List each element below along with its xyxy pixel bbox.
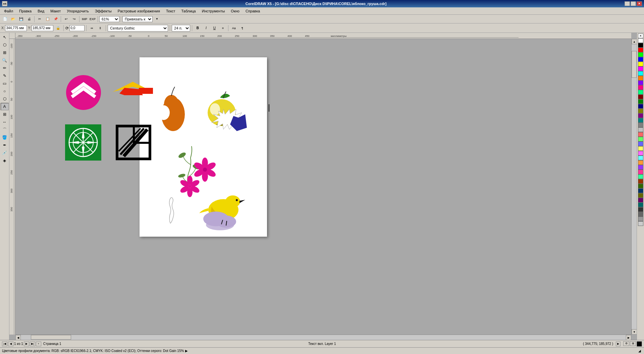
undo-button[interactable]: ↩ <box>62 16 70 22</box>
text-align-button[interactable]: ≡ <box>219 25 226 32</box>
menu-window[interactable]: Окно <box>228 8 242 14</box>
color-swatch-lightcyan[interactable] <box>638 156 643 160</box>
import-button[interactable]: IMP <box>81 16 88 22</box>
italic-button[interactable]: I <box>202 25 210 32</box>
vertical-scrollbar[interactable]: ▲ ▼ <box>631 39 637 335</box>
color-swatch-verylightgray[interactable] <box>638 221 643 226</box>
menu-arrange[interactable]: Упорядочить <box>64 8 91 14</box>
menu-help[interactable]: Справка <box>243 8 263 14</box>
color-profile-expand-button[interactable]: ▶ <box>185 349 188 353</box>
menu-effects[interactable]: Эффекты <box>92 8 114 14</box>
ellipse-tool[interactable]: ○ <box>1 87 9 95</box>
color-swatch-cyan[interactable] <box>638 71 643 76</box>
print-button[interactable]: 🖨 <box>25 16 33 22</box>
menu-edit[interactable]: Правка <box>16 8 34 14</box>
menu-layout[interactable]: Макет <box>48 8 63 14</box>
copy-button[interactable]: 📋 <box>44 16 51 22</box>
y-input[interactable] <box>32 25 53 31</box>
redo-button[interactable]: ↪ <box>70 16 78 22</box>
export-button[interactable]: EXP <box>89 16 96 22</box>
color-swatch-gray[interactable] <box>638 123 643 127</box>
color-swatch-lightgray2[interactable] <box>638 217 643 221</box>
underline-button[interactable]: U <box>211 25 218 32</box>
color-swatch-darkgreen[interactable] <box>638 184 643 188</box>
lock-aspect-button[interactable]: 🔒 <box>54 25 62 32</box>
table-tool[interactable]: ⊞ <box>1 111 9 118</box>
x-input[interactable] <box>5 25 27 31</box>
interactive-fill-tool[interactable]: ◈ <box>1 157 9 164</box>
prev-page-button[interactable]: ◀ <box>8 342 13 346</box>
polygon-tool[interactable]: ⬡ <box>1 95 9 103</box>
color-swatch-lightgreen[interactable] <box>638 137 643 141</box>
mirror-v-button[interactable]: ⇕ <box>97 25 104 32</box>
no-color-swatch[interactable]: ✕ <box>638 34 643 38</box>
color-swatch-mint[interactable] <box>638 90 643 95</box>
color-swatch-brown[interactable] <box>638 179 643 184</box>
close-button[interactable]: ✕ <box>637 1 642 6</box>
color-swatch-yellow[interactable] <box>638 62 643 66</box>
color-swatch-lightblue[interactable] <box>638 141 643 146</box>
zoom-select[interactable]: 61% 50% 75% 100% <box>99 16 119 22</box>
fill-tool[interactable]: 🪣 <box>1 134 9 141</box>
color-swatch-violet[interactable] <box>638 165 643 170</box>
color-swatch-purple[interactable] <box>638 80 643 85</box>
canvas-area[interactable]: -350 -300 -250 -200 -150 -100 -50 0 50 1… <box>9 33 637 340</box>
first-page-button[interactable]: |◀ <box>2 342 7 346</box>
color-swatch-lightred[interactable] <box>638 132 643 137</box>
outline-tool[interactable]: ✒ <box>1 141 9 149</box>
next-page-button[interactable]: ▶ <box>24 342 29 346</box>
text-tool active[interactable]: A <box>1 103 9 110</box>
snap-settings-button[interactable]: ▼ <box>153 16 161 22</box>
menu-tools[interactable]: Инструменты <box>199 8 228 14</box>
mirror-h-button[interactable]: ⇔ <box>88 25 96 32</box>
color-swatch-medgray[interactable] <box>638 212 643 217</box>
eyedropper-tool[interactable]: 💉 <box>1 149 9 157</box>
menu-bitmaps[interactable]: Растровые изображения <box>115 8 163 14</box>
color-swatch-darkolive[interactable] <box>638 193 643 198</box>
horizontal-scrollbar[interactable]: ◀ ▶ <box>15 335 631 340</box>
color-swatch-navy[interactable] <box>638 104 643 109</box>
open-button[interactable]: 📂 <box>9 16 17 22</box>
expand-button[interactable]: ▶ <box>616 342 621 346</box>
scroll-up-button[interactable]: ▲ <box>632 39 637 44</box>
crop-tool[interactable]: ⊞ <box>1 49 9 56</box>
font-select[interactable]: Century Gothic <box>108 25 168 32</box>
color-swatch-darkpurple[interactable] <box>638 198 643 202</box>
color-swatch-maroon[interactable] <box>638 95 643 99</box>
last-page-button[interactable]: ▶| <box>30 342 35 346</box>
char-formatting-button[interactable]: Aa <box>230 25 237 32</box>
rect-tool[interactable]: ▭ <box>1 80 9 87</box>
minimize-button[interactable]: _ <box>625 1 630 6</box>
color-swatch-darkblue[interactable] <box>638 188 643 193</box>
color-swatch-orange[interactable] <box>638 76 643 80</box>
color-swatch-seafoam[interactable] <box>638 174 643 179</box>
canvas-document[interactable] <box>15 39 631 335</box>
color-swatch-darkgray[interactable] <box>638 207 643 212</box>
vscroll-track[interactable] <box>632 44 637 329</box>
freehand-tool[interactable]: ✏ <box>1 64 9 72</box>
color-swatch-lightyellow[interactable] <box>638 146 643 151</box>
menu-text[interactable]: Текст <box>163 8 178 14</box>
snap-toggle-button[interactable]: ⊞ <box>630 341 636 346</box>
hscroll-thumb[interactable] <box>31 335 71 340</box>
color-swatch-lightpink[interactable] <box>638 151 643 156</box>
color-swatch-darkteal[interactable] <box>638 202 643 207</box>
vscroll-thumb[interactable] <box>632 51 637 78</box>
select-tool[interactable]: ↖ <box>1 34 9 41</box>
hscroll-track[interactable] <box>21 335 626 340</box>
menu-view[interactable]: Вид <box>35 8 47 14</box>
color-swatch-silver[interactable] <box>638 127 643 132</box>
view-settings-button[interactable]: ⚙ <box>623 341 629 346</box>
color-swatch-white[interactable] <box>638 38 643 43</box>
color-swatch-black[interactable] <box>638 43 643 48</box>
save-button[interactable]: 💾 <box>17 16 25 22</box>
color-swatch-lime[interactable] <box>638 52 643 57</box>
color-swatch-olive[interactable] <box>638 109 643 113</box>
zoom-tool[interactable]: 🔍 <box>1 57 9 64</box>
color-swatch-amber[interactable] <box>638 160 643 165</box>
shape-tool[interactable]: ⬡ <box>1 41 9 49</box>
font-size-select[interactable]: 24 п. 12 п. 18 п. 36 п. <box>172 25 190 32</box>
add-page-button[interactable]: + <box>36 342 41 346</box>
paste-button[interactable]: 📌 <box>52 16 59 22</box>
bold-button[interactable]: B <box>194 25 201 32</box>
